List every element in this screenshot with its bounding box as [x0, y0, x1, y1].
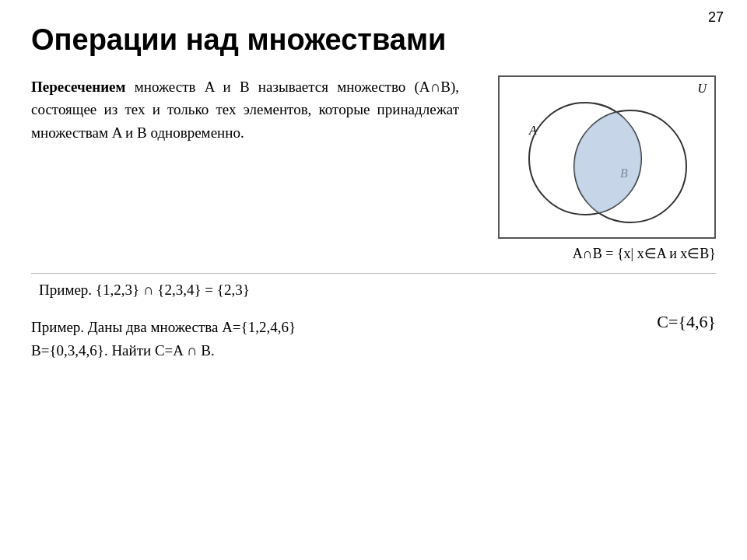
result-text: C={4,6} [657, 312, 716, 332]
formula-row: A∩B = {x| x∈A и x∈B} [498, 245, 716, 262]
venn-svg [500, 77, 717, 240]
page-title: Операции над множествами [31, 23, 716, 57]
example2-text: Пример. Даны два множества A={1,2,4,6} B… [31, 316, 459, 363]
example1-text: Пример. {1,2,3} ∩ {2,3,4} = {2,3} [39, 282, 459, 299]
example2-line1: Пример. Даны два множества A={1,2,4,6} [31, 316, 459, 339]
definition-text: Пересечением множеств A и B называется м… [31, 75, 459, 262]
venn-diagram: U A B [498, 75, 716, 239]
example-section: Пример. {1,2,3} ∩ {2,3,4} = {2,3} Пример… [31, 282, 716, 363]
definition-bold: Пересечением [31, 79, 126, 95]
example-left: Пример. {1,2,3} ∩ {2,3,4} = {2,3} Пример… [31, 282, 459, 363]
content-row: Пересечением множеств A и B называется м… [31, 75, 716, 262]
page-number: 27 [708, 9, 724, 26]
example-right: C={4,6} [482, 282, 716, 363]
venn-container: U A B A∩B = {x| x∈A и x∈B} [482, 75, 716, 262]
page: 27 Операции над множествами Пересечением… [0, 0, 747, 560]
example2-line2: B={0,3,4,6}. Найти C=A ∩ B. [31, 339, 459, 362]
intersection-formula: A∩B = {x| x∈A и x∈B} [573, 245, 716, 262]
divider [31, 273, 716, 274]
